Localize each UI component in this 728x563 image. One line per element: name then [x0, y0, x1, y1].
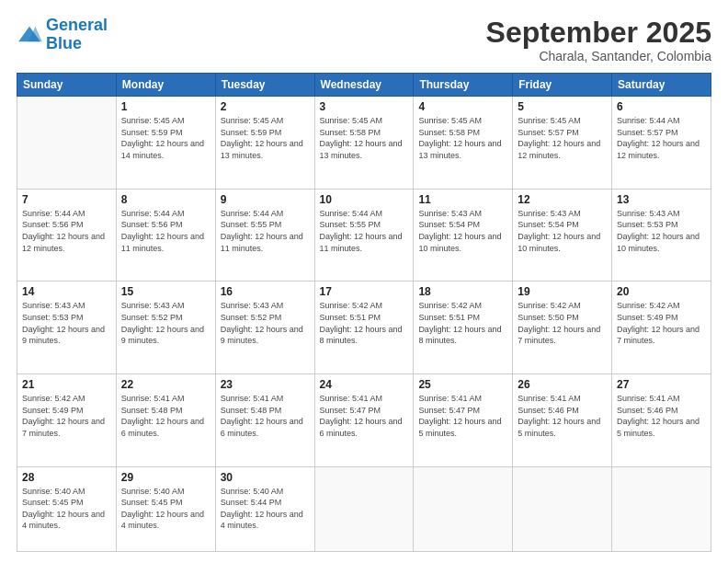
- table-row: 16Sunrise: 5:43 AM Sunset: 5:52 PM Dayli…: [215, 282, 314, 374]
- day-number: 5: [518, 100, 607, 113]
- day-info: Sunrise: 5:43 AM Sunset: 5:52 PM Dayligh…: [121, 300, 210, 346]
- logo-icon: [17, 25, 42, 45]
- day-info: Sunrise: 5:41 AM Sunset: 5:47 PM Dayligh…: [418, 393, 507, 439]
- day-number: 9: [221, 193, 310, 206]
- table-row: 26Sunrise: 5:41 AM Sunset: 5:46 PM Dayli…: [513, 373, 612, 466]
- day-info: Sunrise: 5:45 AM Sunset: 5:58 PM Dayligh…: [320, 115, 409, 161]
- table-row: 18Sunrise: 5:42 AM Sunset: 5:51 PM Dayli…: [414, 282, 513, 374]
- month-title: September 2025: [486, 17, 711, 49]
- day-info: Sunrise: 5:44 AM Sunset: 5:55 PM Dayligh…: [320, 208, 409, 254]
- day-number: 1: [121, 100, 210, 113]
- day-info: Sunrise: 5:44 AM Sunset: 5:56 PM Dayligh…: [121, 208, 210, 254]
- col-saturday: Saturday: [612, 74, 711, 97]
- table-row: 30Sunrise: 5:40 AM Sunset: 5:44 PM Dayli…: [215, 466, 314, 552]
- day-number: 28: [22, 471, 111, 484]
- col-thursday: Thursday: [414, 74, 513, 97]
- col-sunday: Sunday: [17, 74, 117, 97]
- col-friday: Friday: [513, 74, 612, 97]
- day-number: 21: [22, 378, 111, 391]
- table-row: 6Sunrise: 5:44 AM Sunset: 5:57 PM Daylig…: [612, 97, 711, 190]
- table-row: 12Sunrise: 5:43 AM Sunset: 5:54 PM Dayli…: [513, 189, 612, 282]
- table-row: 20Sunrise: 5:42 AM Sunset: 5:49 PM Dayli…: [612, 282, 711, 374]
- day-number: 3: [320, 100, 409, 113]
- day-info: Sunrise: 5:44 AM Sunset: 5:55 PM Dayligh…: [221, 208, 310, 254]
- day-number: 7: [22, 193, 111, 206]
- day-info: Sunrise: 5:43 AM Sunset: 5:54 PM Dayligh…: [418, 208, 507, 254]
- table-row: 14Sunrise: 5:43 AM Sunset: 5:53 PM Dayli…: [17, 282, 117, 374]
- table-row: 7Sunrise: 5:44 AM Sunset: 5:56 PM Daylig…: [17, 189, 117, 282]
- day-number: 18: [418, 285, 507, 298]
- table-row: 13Sunrise: 5:43 AM Sunset: 5:53 PM Dayli…: [612, 189, 711, 282]
- day-number: 6: [617, 100, 706, 113]
- day-number: 22: [121, 378, 210, 391]
- day-info: Sunrise: 5:42 AM Sunset: 5:49 PM Dayligh…: [22, 393, 111, 439]
- day-number: 4: [418, 100, 507, 113]
- day-info: Sunrise: 5:42 AM Sunset: 5:50 PM Dayligh…: [518, 300, 607, 346]
- day-number: 14: [22, 285, 111, 298]
- col-monday: Monday: [116, 74, 215, 97]
- day-info: Sunrise: 5:40 AM Sunset: 5:45 PM Dayligh…: [22, 486, 111, 532]
- day-number: 19: [518, 285, 607, 298]
- day-info: Sunrise: 5:42 AM Sunset: 5:51 PM Dayligh…: [320, 300, 409, 346]
- day-number: 17: [320, 285, 409, 298]
- table-row: 21Sunrise: 5:42 AM Sunset: 5:49 PM Dayli…: [17, 373, 117, 466]
- day-info: Sunrise: 5:43 AM Sunset: 5:52 PM Dayligh…: [221, 300, 310, 346]
- table-row: 9Sunrise: 5:44 AM Sunset: 5:55 PM Daylig…: [215, 189, 314, 282]
- page: General Blue September 2025 Charala, San…: [0, 0, 728, 563]
- header: General Blue September 2025 Charala, San…: [17, 17, 711, 63]
- location-subtitle: Charala, Santander, Colombia: [486, 49, 711, 63]
- day-number: 16: [221, 285, 310, 298]
- table-row: 10Sunrise: 5:44 AM Sunset: 5:55 PM Dayli…: [314, 189, 414, 282]
- table-row: 2Sunrise: 5:45 AM Sunset: 5:59 PM Daylig…: [215, 97, 314, 190]
- day-number: 23: [221, 378, 310, 391]
- table-row: 4Sunrise: 5:45 AM Sunset: 5:58 PM Daylig…: [414, 97, 513, 190]
- table-row: 3Sunrise: 5:45 AM Sunset: 5:58 PM Daylig…: [314, 97, 414, 190]
- day-info: Sunrise: 5:40 AM Sunset: 5:45 PM Dayligh…: [121, 486, 210, 532]
- table-row: 24Sunrise: 5:41 AM Sunset: 5:47 PM Dayli…: [314, 373, 414, 466]
- day-info: Sunrise: 5:41 AM Sunset: 5:48 PM Dayligh…: [121, 393, 210, 439]
- table-row: [314, 466, 414, 552]
- day-number: 10: [320, 193, 409, 206]
- logo-line2: Blue: [46, 34, 82, 52]
- logo-line1: General: [46, 16, 108, 34]
- table-row: [17, 97, 117, 190]
- day-info: Sunrise: 5:43 AM Sunset: 5:53 PM Dayligh…: [22, 300, 111, 346]
- day-info: Sunrise: 5:41 AM Sunset: 5:48 PM Dayligh…: [221, 393, 310, 439]
- day-info: Sunrise: 5:44 AM Sunset: 5:57 PM Dayligh…: [617, 115, 706, 161]
- table-row: 8Sunrise: 5:44 AM Sunset: 5:56 PM Daylig…: [116, 189, 215, 282]
- logo: General Blue: [17, 17, 108, 53]
- table-row: 28Sunrise: 5:40 AM Sunset: 5:45 PM Dayli…: [17, 466, 117, 552]
- table-row: 1Sunrise: 5:45 AM Sunset: 5:59 PM Daylig…: [116, 97, 215, 190]
- day-number: 26: [518, 378, 607, 391]
- day-info: Sunrise: 5:40 AM Sunset: 5:44 PM Dayligh…: [221, 486, 310, 532]
- day-info: Sunrise: 5:45 AM Sunset: 5:57 PM Dayligh…: [518, 115, 607, 161]
- logo-text: General Blue: [46, 17, 108, 53]
- table-row: 29Sunrise: 5:40 AM Sunset: 5:45 PM Dayli…: [116, 466, 215, 552]
- day-info: Sunrise: 5:42 AM Sunset: 5:51 PM Dayligh…: [418, 300, 507, 346]
- table-row: 19Sunrise: 5:42 AM Sunset: 5:50 PM Dayli…: [513, 282, 612, 374]
- table-row: [414, 466, 513, 552]
- day-info: Sunrise: 5:44 AM Sunset: 5:56 PM Dayligh…: [22, 208, 111, 254]
- table-row: 23Sunrise: 5:41 AM Sunset: 5:48 PM Dayli…: [215, 373, 314, 466]
- table-row: 11Sunrise: 5:43 AM Sunset: 5:54 PM Dayli…: [414, 189, 513, 282]
- table-row: 25Sunrise: 5:41 AM Sunset: 5:47 PM Dayli…: [414, 373, 513, 466]
- col-tuesday: Tuesday: [215, 74, 314, 97]
- day-info: Sunrise: 5:41 AM Sunset: 5:46 PM Dayligh…: [518, 393, 607, 439]
- table-row: 22Sunrise: 5:41 AM Sunset: 5:48 PM Dayli…: [116, 373, 215, 466]
- table-row: 17Sunrise: 5:42 AM Sunset: 5:51 PM Dayli…: [314, 282, 414, 374]
- col-wednesday: Wednesday: [314, 74, 414, 97]
- day-info: Sunrise: 5:45 AM Sunset: 5:59 PM Dayligh…: [121, 115, 210, 161]
- day-number: 20: [617, 285, 706, 298]
- day-info: Sunrise: 5:45 AM Sunset: 5:58 PM Dayligh…: [418, 115, 507, 161]
- title-block: September 2025 Charala, Santander, Colom…: [486, 17, 711, 63]
- day-number: 24: [320, 378, 409, 391]
- day-number: 2: [221, 100, 310, 113]
- day-number: 12: [518, 193, 607, 206]
- day-number: 11: [418, 193, 507, 206]
- day-number: 30: [221, 471, 310, 484]
- day-info: Sunrise: 5:45 AM Sunset: 5:59 PM Dayligh…: [221, 115, 310, 161]
- day-number: 29: [121, 471, 210, 484]
- table-row: 5Sunrise: 5:45 AM Sunset: 5:57 PM Daylig…: [513, 97, 612, 190]
- table-row: 15Sunrise: 5:43 AM Sunset: 5:52 PM Dayli…: [116, 282, 215, 374]
- calendar-table: Sunday Monday Tuesday Wednesday Thursday…: [17, 73, 711, 552]
